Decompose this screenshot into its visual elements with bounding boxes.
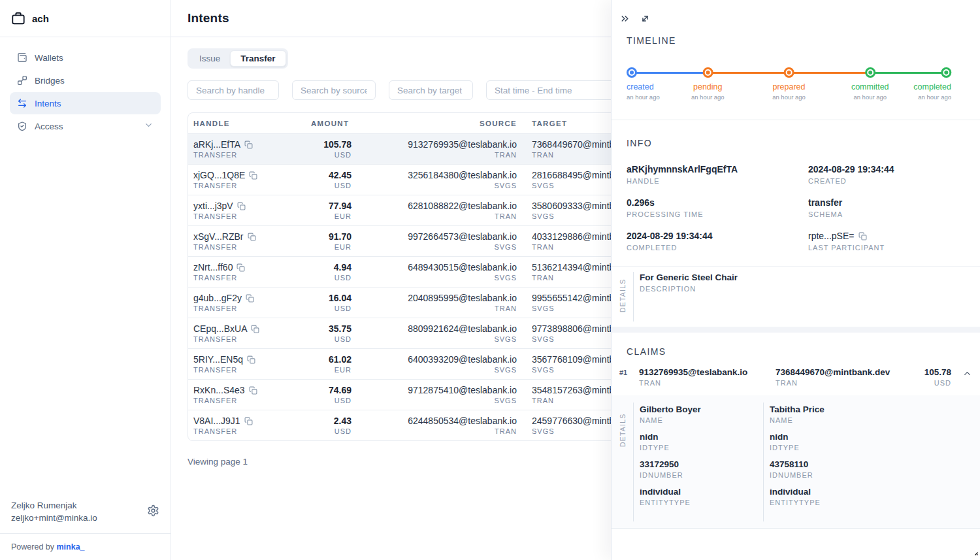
timeline-step-label: committed (851, 82, 889, 91)
sidebar-item-bridges[interactable]: Bridges (10, 69, 161, 91)
chevron-down-icon (144, 120, 154, 132)
briefcase-logo-icon (11, 11, 25, 25)
timeline-title: TIMELINE (627, 35, 980, 46)
intent-currency: USD (306, 305, 351, 312)
timeline-node-icon (865, 67, 875, 78)
tab-transfer[interactable]: Transfer (230, 50, 286, 67)
search-by-handle-input[interactable] (188, 80, 279, 100)
timeline-step-label: completed (913, 82, 951, 91)
claim-details: DETAILS Gilberto BoyerNAME nidnIDTYPE 33… (612, 395, 980, 528)
info-label: PROCESSING TIME (627, 210, 808, 218)
claim-row[interactable]: #1 9132769935@teslabank.io TRAN 73684496… (612, 357, 980, 395)
info-label: SCHEMA (808, 210, 980, 218)
intent-amount: 77.94 (306, 200, 351, 212)
date-range-input[interactable] (486, 80, 617, 100)
intent-type: TRANSFER (193, 182, 306, 189)
logo: ach (0, 0, 171, 37)
sidebar-item-intents[interactable]: Intents (10, 92, 161, 114)
copy-icon[interactable] (237, 263, 245, 272)
info-value: transfer (808, 197, 980, 208)
timeline-step-committed: committedan hour ago (851, 67, 889, 101)
copy-icon[interactable] (244, 417, 253, 425)
timeline-node-icon (941, 67, 951, 78)
party-idnumber: 33172950 (640, 459, 763, 469)
copy-icon[interactable] (244, 140, 253, 149)
info-value: aRKjhymnnskArlFgqEfTA (627, 164, 808, 174)
info-section: INFO aRKjhymnnskArlFgqEfTA HANDLE 2024-0… (612, 120, 980, 266)
collapse-panel-icon[interactable] (619, 13, 630, 24)
info-field-completed: 2024-08-29 19:34:44 COMPLETED (627, 231, 808, 252)
info-field-processing-time: 0.296s PROCESSING TIME (627, 197, 808, 218)
info-label: LAST PARTICIPANT (808, 244, 980, 252)
sidebar-item-label: Access (35, 122, 63, 131)
intent-amount: 35.75 (306, 323, 351, 335)
section-separator (612, 327, 980, 333)
tab-issue[interactable]: Issue (189, 50, 230, 67)
copy-icon[interactable] (858, 232, 867, 240)
intent-source-label: TRAN (351, 151, 517, 159)
details-section: DETAILS For Generic Steel Chair DESCRIPT… (612, 267, 980, 327)
claim-currency: USD (924, 379, 951, 387)
search-by-source-input[interactable] (292, 80, 376, 100)
intent-currency: USD (306, 151, 351, 159)
powered-by: Powered by minka_ (0, 533, 171, 560)
intent-source: 9132769935@teslabank.io (351, 139, 517, 150)
intent-type: TRANSFER (193, 151, 306, 159)
timeline-step-time: an hour ago (691, 93, 725, 101)
intent-handle: g4ub...gF2y (193, 292, 242, 304)
search-by-target-input[interactable] (389, 80, 473, 100)
copy-icon[interactable] (237, 202, 246, 210)
intent-source: 9712875410@teslabank.io (351, 384, 517, 396)
user-name: Zeljko Rumenjak (11, 499, 97, 512)
intent-handle: V8AI...J9J1 (193, 415, 240, 427)
party-idnumber-label: IDNUMBER (770, 471, 980, 479)
sidebar-item-access[interactable]: Access (10, 115, 161, 137)
minka-brand-link[interactable]: minka_ (56, 542, 84, 552)
divider (612, 528, 980, 529)
intent-type: TRANSFER (193, 212, 306, 220)
intent-currency: USD (306, 274, 351, 282)
copy-icon[interactable] (248, 233, 256, 241)
info-field-created: 2024-08-29 19:34:44 CREATED (808, 164, 980, 185)
timeline-step-prepared: preparedan hour ago (772, 67, 806, 101)
expand-panel-icon[interactable] (640, 13, 651, 24)
collapse-claim-icon[interactable] (962, 367, 972, 378)
copy-icon[interactable] (249, 171, 257, 180)
timeline-section: TIMELINE createdan hour agopendingan hou… (612, 24, 980, 108)
intent-source-label: SVGS (351, 182, 517, 189)
timeline-step-label: pending (693, 82, 723, 91)
timeline-step-label: prepared (772, 82, 805, 91)
intent-amount: 4.94 (306, 261, 351, 273)
intent-source-label: SVGS (351, 243, 517, 251)
intent-type: TRANSFER (193, 397, 306, 404)
settings-gear-icon[interactable] (147, 504, 159, 519)
sidebar-item-label: Bridges (35, 76, 65, 86)
claims-title: CLAIMS (612, 346, 980, 357)
intent-amount: 105.78 (306, 139, 351, 150)
info-value: 0.296s (627, 197, 808, 208)
timeline-step-time: an hour ago (772, 93, 806, 101)
sidebar-item-wallets[interactable]: Wallets (10, 46, 161, 69)
copy-icon[interactable] (249, 386, 257, 395)
copy-icon[interactable] (251, 325, 259, 333)
intent-currency: EUR (306, 366, 351, 374)
resize-grip-icon[interactable] (970, 547, 979, 559)
timeline-node-icon (784, 67, 794, 78)
user-block: Zeljko Rumenjak zeljko+mint@minka.io (0, 491, 171, 533)
intent-source-label: SVGS (351, 366, 517, 374)
copy-icon[interactable] (246, 294, 254, 303)
column-header-amount: AMOUNT (306, 120, 351, 127)
column-header-source: SOURCE (351, 120, 517, 127)
party-name: Gilberto Boyer (640, 404, 763, 414)
intent-detail-panel: TIMELINE createdan hour agopendingan hou… (611, 0, 980, 560)
claim-source: 9132769935@teslabank.io (639, 367, 776, 377)
intent-handle: aRKj...EfTA (193, 139, 240, 150)
intent-source: 6281088822@teslabank.io (351, 200, 517, 212)
info-label: CREATED (808, 177, 980, 185)
timeline-step-pending: pendingan hour ago (691, 67, 725, 101)
info-value: 2024-08-29 19:34:44 (808, 164, 980, 174)
intent-amount: 61.02 (306, 354, 351, 365)
copy-icon[interactable] (247, 355, 255, 364)
column-header-handle: HANDLE (188, 120, 306, 127)
intent-source: 6489430515@teslabank.io (351, 261, 517, 273)
